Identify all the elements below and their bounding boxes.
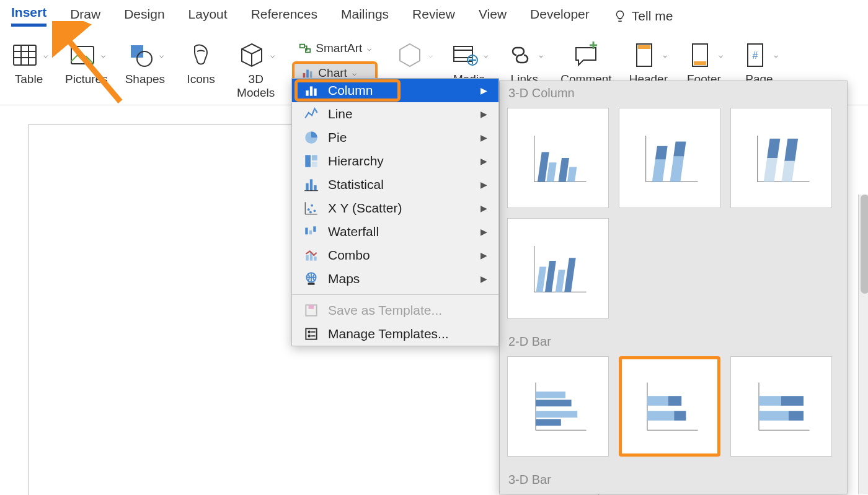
scrollbar-thumb[interactable] (861, 195, 868, 294)
caret-icon: ⌵ (663, 51, 667, 59)
caret-icon: ⌵ (270, 51, 275, 59)
tab-insert[interactable]: Insert (11, 5, 46, 27)
svg-rect-87 (536, 400, 572, 406)
chart-menu-statistical[interactable]: Statistical ▶ (292, 173, 498, 196)
chart-menu-hierarchy[interactable]: Hierarchy ▶ (292, 149, 498, 173)
chart-menu-pie[interactable]: Pie ▶ (292, 126, 498, 149)
waterfall-icon (303, 224, 319, 240)
scrollbar[interactable] (858, 195, 868, 494)
svg-rect-48 (306, 255, 308, 261)
svg-rect-36 (310, 179, 312, 190)
tell-me[interactable]: Tell me (613, 9, 673, 24)
chart-menu-column[interactable]: Column ▶ (292, 79, 498, 102)
tab-developer[interactable]: Developer (530, 7, 590, 25)
thumb-2d-stacked-bar[interactable] (619, 356, 720, 457)
svg-rect-63 (546, 162, 556, 182)
thumb-2d-100-stacked-bar[interactable] (730, 356, 832, 457)
chart-menu-line[interactable]: Line ▶ (292, 102, 498, 126)
svg-rect-65 (567, 167, 577, 182)
thumb-3d-column[interactable] (507, 218, 609, 318)
thumb-3d-100-stacked-column[interactable] (730, 108, 832, 208)
chart-thumb-icon (744, 121, 818, 195)
caret-icon: ⌵ (484, 51, 488, 59)
svg-rect-12 (307, 70, 309, 78)
chart-menu-manage-templates[interactable]: Manage Templates... (292, 322, 498, 346)
table-icon (10, 40, 40, 70)
chart-thumb-icon (632, 369, 707, 444)
chart-menu-label: X Y (Scatter) (328, 201, 402, 216)
tab-design[interactable]: Design (124, 7, 164, 25)
ribbon-addins[interactable]: ⌵ (395, 38, 433, 72)
cube-icon (237, 40, 267, 70)
column-icon (303, 82, 319, 99)
tab-view[interactable]: View (479, 7, 507, 25)
tab-references[interactable]: References (251, 7, 317, 25)
ribbon-table[interactable]: ⌵ Table (10, 38, 48, 86)
pie-icon (303, 129, 319, 146)
ribbon-links[interactable]: ⌵ Links (505, 38, 543, 86)
svg-point-42 (311, 204, 313, 207)
submenu-arrow-icon: ▶ (480, 203, 487, 213)
svg-rect-101 (789, 411, 804, 421)
tab-review[interactable]: Review (412, 7, 455, 25)
svg-rect-47 (313, 226, 316, 232)
svg-point-56 (308, 331, 310, 333)
thumb-2d-clustered-bar[interactable] (507, 356, 609, 457)
svg-rect-92 (647, 396, 668, 406)
chart-menu-waterfall[interactable]: Waterfall ▶ (292, 220, 498, 243)
thumb-3d-clustered-column[interactable] (507, 108, 609, 208)
caret-icon: ⌵ (101, 51, 105, 59)
tab-draw[interactable]: Draw (70, 7, 100, 25)
svg-rect-9 (300, 45, 304, 48)
gallery-section-3d-column: 3-D Column (500, 81, 847, 104)
svg-rect-13 (310, 71, 312, 77)
ribbon-table-label: Table (15, 72, 43, 86)
chart-menu-combo[interactable]: Combo ▶ (292, 243, 498, 267)
ribbon-shapes-label: Shapes (125, 72, 165, 86)
ribbon-header[interactable]: ⌵ Header (629, 38, 668, 86)
chart-menu-maps[interactable]: Maps ▶ (292, 267, 498, 291)
submenu-arrow-icon: ▶ (480, 250, 487, 260)
caret-icon: ⌵ (774, 51, 778, 59)
ribbon-3d-models[interactable]: ⌵ 3D Models (237, 38, 275, 100)
chart-menu-label: Waterfall (328, 224, 379, 239)
addin-icon (395, 40, 425, 70)
svg-rect-0 (14, 45, 36, 65)
svg-rect-35 (306, 183, 308, 191)
svg-point-41 (308, 208, 310, 211)
svg-rect-77 (784, 139, 798, 161)
gallery-grid-3d-column (500, 104, 847, 330)
svg-point-57 (308, 335, 310, 337)
lightbulb-icon (613, 9, 627, 23)
scatter-icon (303, 200, 319, 216)
svg-point-44 (309, 211, 312, 214)
ribbon-smartart[interactable]: SmartArt ⌵ (292, 39, 378, 58)
hierarchy-icon (303, 153, 319, 169)
ribbon-comment[interactable]: Comment (560, 38, 611, 86)
svg-text:#: # (753, 50, 758, 61)
svg-rect-88 (536, 411, 577, 418)
tab-layout[interactable]: Layout (188, 7, 228, 25)
caret-icon: ⌵ (43, 51, 48, 59)
ribbon-icons[interactable]: Icons (182, 38, 219, 86)
svg-rect-32 (305, 155, 311, 167)
ribbon-page-number[interactable]: # ⌵ Page (740, 38, 778, 86)
ribbon-pictures[interactable]: ⌵ Pictures (65, 38, 108, 86)
chart-gallery: 3-D Column (499, 81, 848, 494)
ribbon-footer[interactable]: ⌵ Footer (685, 38, 723, 86)
maps-icon (303, 271, 319, 287)
tab-mailings[interactable]: Mailings (341, 7, 389, 25)
svg-rect-100 (759, 411, 789, 421)
ribbon-shapes[interactable]: ⌵ Shapes (125, 38, 165, 86)
submenu-arrow-icon: ▶ (480, 227, 487, 237)
tell-me-label: Tell me (632, 9, 673, 24)
page-number-icon: # (740, 40, 770, 70)
chart-menu-scatter[interactable]: X Y (Scatter) ▶ (292, 196, 498, 220)
submenu-arrow-icon: ▶ (480, 180, 487, 190)
svg-rect-33 (312, 155, 317, 160)
svg-rect-34 (312, 162, 317, 167)
shapes-icon (126, 40, 156, 70)
ribbon-tabs: Insert Draw Design Layout References Mai… (0, 0, 868, 29)
chart-thumb-icon (521, 121, 595, 195)
thumb-3d-stacked-column[interactable] (619, 108, 720, 208)
